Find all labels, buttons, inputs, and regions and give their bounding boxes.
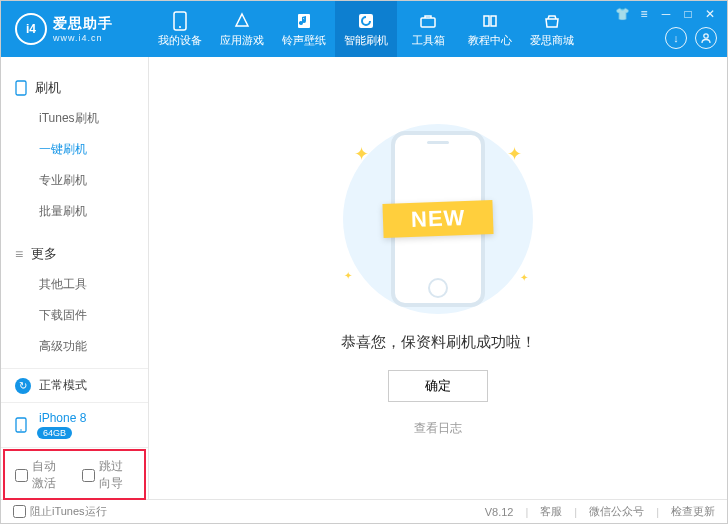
block-itunes-checkbox[interactable]: 阻止iTunes运行 bbox=[13, 504, 107, 519]
block-itunes-input[interactable] bbox=[13, 505, 26, 518]
nav-label: 工具箱 bbox=[412, 33, 445, 48]
sidebar-item-batch-flash[interactable]: 批量刷机 bbox=[1, 196, 148, 227]
auto-activate-checkbox[interactable]: 自动激活 bbox=[15, 458, 68, 492]
new-banner: NEW bbox=[382, 200, 493, 238]
phone-outline-icon bbox=[15, 80, 27, 96]
body: 刷机 iTunes刷机 一键刷机 专业刷机 批量刷机 ≡ 更多 其他工具 下载固… bbox=[1, 57, 727, 499]
sidebar-bottom: ↻ 正常模式 iPhone 8 64GB 自动激活 跳过向导 bbox=[1, 368, 148, 502]
sparkle-icon: ✦ bbox=[507, 143, 522, 165]
device-info: iPhone 8 64GB bbox=[39, 411, 86, 439]
ok-button[interactable]: 确定 bbox=[388, 370, 488, 402]
view-log-link[interactable]: 查看日志 bbox=[414, 420, 462, 437]
skip-guide-label: 跳过向导 bbox=[99, 458, 135, 492]
nav-my-device[interactable]: 我的设备 bbox=[149, 1, 211, 57]
nav-flash[interactable]: 智能刷机 bbox=[335, 1, 397, 57]
logo[interactable]: i4 爱思助手 www.i4.cn bbox=[1, 13, 149, 45]
logo-text: 爱思助手 www.i4.cn bbox=[53, 15, 113, 43]
device-name: iPhone 8 bbox=[39, 411, 86, 425]
success-illustration: ✦ ✦ ✦ ✦ NEW bbox=[318, 119, 558, 319]
list-icon: ≡ bbox=[15, 246, 23, 262]
close-icon[interactable]: ✕ bbox=[703, 7, 717, 21]
sparkle-icon: ✦ bbox=[520, 272, 528, 283]
toolbox-icon bbox=[418, 11, 438, 31]
svg-point-8 bbox=[20, 429, 22, 431]
sparkle-icon: ✦ bbox=[344, 270, 352, 281]
svg-rect-6 bbox=[16, 81, 26, 95]
storage-badge: 64GB bbox=[37, 427, 72, 439]
nav-tutorials[interactable]: 教程中心 bbox=[459, 1, 521, 57]
section-title: 刷机 bbox=[35, 79, 61, 97]
svg-point-1 bbox=[179, 26, 181, 28]
footer-link-wechat[interactable]: 微信公众号 bbox=[589, 504, 644, 519]
sidebar: 刷机 iTunes刷机 一键刷机 专业刷机 批量刷机 ≡ 更多 其他工具 下载固… bbox=[1, 57, 149, 499]
block-itunes-label: 阻止iTunes运行 bbox=[30, 504, 107, 519]
phone-icon bbox=[170, 11, 190, 31]
separator: | bbox=[574, 506, 577, 518]
footer-right: V8.12 | 客服 | 微信公众号 | 检查更新 bbox=[485, 504, 715, 519]
apps-icon bbox=[232, 11, 252, 31]
main-content: ✦ ✦ ✦ ✦ NEW 恭喜您，保资料刷机成功啦！ 确定 查看日志 bbox=[149, 57, 727, 499]
sidebar-header-more: ≡ 更多 bbox=[1, 239, 148, 269]
footer-link-update[interactable]: 检查更新 bbox=[671, 504, 715, 519]
device-row[interactable]: iPhone 8 64GB bbox=[1, 402, 148, 447]
footer: 阻止iTunes运行 V8.12 | 客服 | 微信公众号 | 检查更新 bbox=[1, 499, 727, 523]
sidebar-section-more: ≡ 更多 其他工具 下载固件 高级功能 bbox=[1, 233, 148, 368]
sidebar-section-flash: 刷机 iTunes刷机 一键刷机 专业刷机 批量刷机 bbox=[1, 67, 148, 233]
sidebar-item-other-tools[interactable]: 其他工具 bbox=[1, 269, 148, 300]
device-icon bbox=[15, 417, 31, 433]
sparkle-icon: ✦ bbox=[354, 143, 369, 165]
auto-activate-input[interactable] bbox=[15, 469, 28, 482]
tshirt-icon[interactable]: 👕 bbox=[615, 7, 629, 21]
svg-rect-4 bbox=[421, 18, 435, 27]
account-icons: ↓ bbox=[665, 27, 717, 49]
version-label: V8.12 bbox=[485, 506, 514, 518]
minimize-icon[interactable]: ─ bbox=[659, 7, 673, 21]
nav-label: 铃声壁纸 bbox=[282, 33, 326, 48]
window-controls: 👕 ≡ ─ □ ✕ bbox=[615, 7, 717, 21]
header-right: 👕 ≡ ─ □ ✕ ↓ bbox=[615, 7, 717, 49]
nav-label: 我的设备 bbox=[158, 33, 202, 48]
option-row: 自动激活 跳过向导 bbox=[1, 447, 148, 502]
mode-label: 正常模式 bbox=[39, 377, 87, 394]
auto-activate-label: 自动激活 bbox=[32, 458, 68, 492]
success-message: 恭喜您，保资料刷机成功啦！ bbox=[341, 333, 536, 352]
refresh-icon: ↻ bbox=[15, 378, 31, 394]
nav-store[interactable]: 爱思商城 bbox=[521, 1, 583, 57]
book-icon bbox=[480, 11, 500, 31]
separator: | bbox=[525, 506, 528, 518]
sidebar-item-advanced[interactable]: 高级功能 bbox=[1, 331, 148, 362]
sidebar-header-flash: 刷机 bbox=[1, 73, 148, 103]
footer-link-support[interactable]: 客服 bbox=[540, 504, 562, 519]
brand-name: 爱思助手 bbox=[53, 15, 113, 33]
mode-row[interactable]: ↻ 正常模式 bbox=[1, 368, 148, 402]
brand-site: www.i4.cn bbox=[53, 33, 113, 43]
maximize-icon[interactable]: □ bbox=[681, 7, 695, 21]
sidebar-item-itunes-flash[interactable]: iTunes刷机 bbox=[1, 103, 148, 134]
nav-ringtones[interactable]: 铃声壁纸 bbox=[273, 1, 335, 57]
header: i4 爱思助手 www.i4.cn 我的设备 应用游戏 铃声壁纸 智能刷机 工具… bbox=[1, 1, 727, 57]
nav-label: 爱思商城 bbox=[530, 33, 574, 48]
logo-icon: i4 bbox=[15, 13, 47, 45]
nav-label: 应用游戏 bbox=[220, 33, 264, 48]
user-icon[interactable] bbox=[695, 27, 717, 49]
nav-label: 智能刷机 bbox=[344, 33, 388, 48]
skip-guide-checkbox[interactable]: 跳过向导 bbox=[82, 458, 135, 492]
nav-toolbox[interactable]: 工具箱 bbox=[397, 1, 459, 57]
svg-point-5 bbox=[704, 34, 708, 38]
sidebar-item-pro-flash[interactable]: 专业刷机 bbox=[1, 165, 148, 196]
flash-icon bbox=[356, 11, 376, 31]
nav-label: 教程中心 bbox=[468, 33, 512, 48]
download-icon[interactable]: ↓ bbox=[665, 27, 687, 49]
sidebar-item-oneclick-flash[interactable]: 一键刷机 bbox=[1, 134, 148, 165]
menu-icon[interactable]: ≡ bbox=[637, 7, 651, 21]
store-icon bbox=[542, 11, 562, 31]
section-title: 更多 bbox=[31, 245, 57, 263]
nav-apps[interactable]: 应用游戏 bbox=[211, 1, 273, 57]
sidebar-item-download-firmware[interactable]: 下载固件 bbox=[1, 300, 148, 331]
music-icon bbox=[294, 11, 314, 31]
skip-guide-input[interactable] bbox=[82, 469, 95, 482]
top-nav: 我的设备 应用游戏 铃声壁纸 智能刷机 工具箱 教程中心 爱思商城 bbox=[149, 1, 583, 57]
separator: | bbox=[656, 506, 659, 518]
